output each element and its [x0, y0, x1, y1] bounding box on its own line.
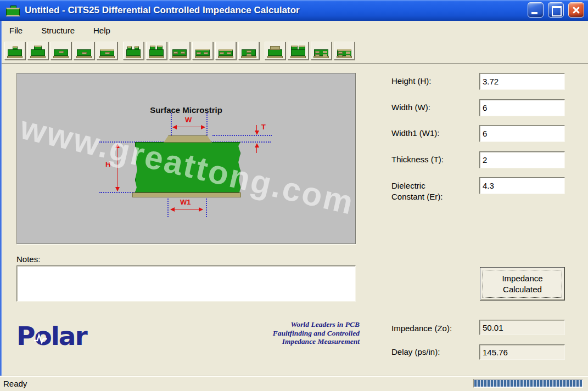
status-text: Ready: [3, 379, 27, 388]
progress-bar: [473, 379, 583, 388]
guide-line-w1-right: [206, 199, 207, 217]
diagram-title: Surface Microstrip: [17, 105, 355, 115]
diff-offset-stripline-icon: [217, 45, 234, 58]
toolbar-button-surface-microstrip[interactable]: [4, 42, 25, 60]
dim-t-label: T: [261, 123, 266, 131]
dim-t-arrow-top: [256, 125, 257, 134]
dielectric-constant-input[interactable]: [479, 177, 565, 194]
toolbar-button-embedded-coplanar[interactable]: [311, 42, 332, 60]
width-label: Width (W):: [391, 103, 474, 112]
menu-structure[interactable]: Structure: [39, 25, 77, 36]
dielectric-constant-label: Dielectric Constant (Er):: [391, 180, 458, 202]
diff-stripline-icon: [194, 45, 211, 58]
notes-textarea[interactable]: [16, 265, 356, 302]
polar-logo-text: Polar: [16, 322, 99, 350]
diff-embedded-microstrip-icon: [171, 45, 188, 58]
brand-tagline: World Leaders in PCB Faultfinding and Co…: [217, 320, 360, 346]
surface-coplanar-icon: [267, 45, 283, 58]
toolbar-button-diff-offset-stripline[interactable]: [215, 42, 236, 60]
toolbar-button-diff-broadside-stripline[interactable]: [238, 42, 259, 60]
height-label: Height (H):: [391, 76, 474, 86]
toolbar-group-coplanar: [265, 42, 355, 60]
dim-w1-arrow: [171, 209, 203, 209]
diff-surface-microstrip-icon: [125, 45, 142, 58]
toolbar-button-coplanar-stripline[interactable]: [334, 42, 355, 60]
height-input[interactable]: [479, 73, 565, 90]
toolbar-group-differential: [123, 42, 259, 60]
width-input[interactable]: [479, 99, 565, 116]
stripline-icon: [76, 45, 92, 58]
toolbar-button-diff-surface-microstrip[interactable]: [123, 42, 144, 60]
dim-t-arrow-bottom: [256, 144, 257, 153]
tagline-line-2: Faultfinding and Controlled: [217, 329, 360, 338]
menu-file[interactable]: File: [7, 25, 25, 36]
width1-input[interactable]: [479, 125, 565, 142]
polar-logo: Polar: [16, 322, 99, 352]
guide-line-substrate-bottom: [99, 192, 135, 193]
guide-line-w-right: [206, 113, 208, 135]
width1-label: Width1 (W1):: [391, 128, 474, 138]
menu-help[interactable]: Help: [91, 25, 113, 36]
coplanar-stripline-icon: [336, 45, 352, 58]
toolbar-button-stripline[interactable]: [74, 42, 94, 60]
toolbar-button-surface-coplanar[interactable]: [265, 42, 285, 60]
notes-label: Notes:: [16, 254, 71, 264]
embedded-microstrip-icon: [53, 45, 69, 58]
tagline-line-3: Impedance Measurement: [217, 337, 360, 346]
delay-result-label: Delay (ps/in):: [391, 347, 479, 356]
toolbar-button-embedded-microstrip[interactable]: [51, 42, 71, 60]
window-title: Untitled - CITS25 Differential Controlle…: [25, 5, 300, 16]
dim-w-arrow: [173, 127, 205, 127]
toolbar-button-offset-stripline[interactable]: [97, 42, 117, 60]
dim-w1-label: W1: [180, 198, 191, 206]
tagline-line-1: World Leaders in PCB: [217, 320, 360, 329]
app-icon: [5, 5, 20, 16]
structure-diagram-panel: Surface Microstrip W W1 H T: [16, 73, 356, 244]
impedance-calculated-button[interactable]: Impedance Calculated: [480, 267, 565, 301]
impedance-result-label: Impedance (Zo):: [391, 324, 479, 333]
diff-coated-microstrip-icon: [148, 45, 165, 58]
coated-microstrip-icon: [30, 45, 46, 58]
guide-line-w-left: [171, 113, 172, 135]
embedded-coplanar-icon: [313, 45, 329, 58]
window-left-border: [0, 21, 2, 376]
surface-microstrip-icon: [7, 45, 23, 58]
menu-bar: File Structure Help: [0, 21, 588, 39]
app-window: Untitled - CITS25 Differential Controlle…: [0, 0, 588, 391]
maximize-button[interactable]: [548, 2, 564, 18]
close-button[interactable]: [568, 2, 584, 18]
guide-line-trace-top: [212, 135, 272, 136]
offset-stripline-icon: [99, 45, 115, 58]
impedance-result-field[interactable]: [479, 320, 565, 335]
polar-pulse-icon: [33, 333, 48, 344]
toolbar-button-diff-coated-microstrip[interactable]: [146, 42, 167, 60]
dim-w-label: W: [185, 116, 192, 124]
toolbar-button-coated-microstrip[interactable]: [27, 42, 48, 60]
guide-line-w1-left: [167, 199, 169, 217]
delay-result-field[interactable]: [479, 344, 565, 360]
status-bar: Ready: [0, 376, 588, 391]
coated-coplanar-icon: [290, 45, 306, 58]
progress-bar-fill: [474, 380, 582, 387]
minimize-button[interactable]: [528, 2, 544, 18]
toolbar-button-coated-coplanar[interactable]: [288, 42, 309, 60]
toolbar-button-diff-embedded-microstrip[interactable]: [169, 42, 190, 60]
dim-h-label: H: [105, 160, 110, 168]
title-bar: Untitled - CITS25 Differential Controlle…: [0, 0, 588, 21]
impedance-calculated-button-label: Impedance Calculated: [483, 270, 562, 298]
thickness-input[interactable]: [479, 151, 565, 168]
pcb-ground-layer: [132, 192, 241, 197]
structure-toolbar: [0, 39, 588, 64]
dim-h-arrow: [117, 144, 117, 191]
thickness-label: Thickness (T):: [391, 155, 474, 164]
toolbar-button-diff-stripline[interactable]: [192, 42, 213, 60]
diff-broadside-stripline-icon: [240, 45, 257, 58]
pcb-trace: [164, 135, 212, 143]
toolbar-group-single: [4, 42, 117, 60]
pcb-substrate: [135, 142, 240, 192]
